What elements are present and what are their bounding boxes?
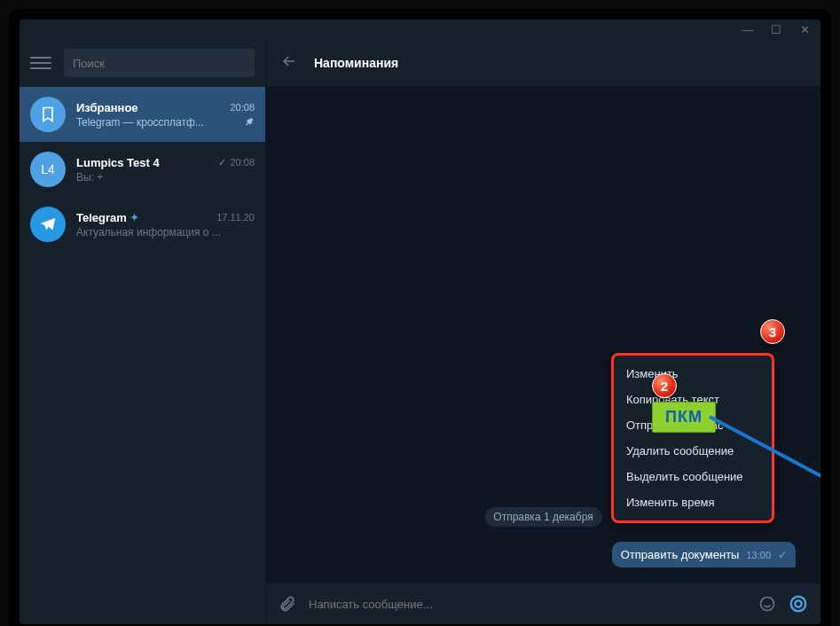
pin-icon xyxy=(244,116,255,129)
svg-point-1 xyxy=(761,598,774,611)
chat-header: Напоминания xyxy=(266,39,820,87)
message-bubble[interactable]: Отправить документы 13:00 ✓ xyxy=(612,542,796,567)
message-text: Отправить документы xyxy=(621,548,740,561)
maximize-button[interactable]: ☐ xyxy=(767,23,785,36)
chat-time: 20:08 xyxy=(230,102,255,113)
date-chip: Отправка 1 декабря xyxy=(484,507,601,527)
svg-point-3 xyxy=(795,600,801,606)
input-bar xyxy=(266,583,820,624)
minimize-button[interactable]: — xyxy=(739,23,757,36)
app-window: — ☐ ✕ Избранное 20:08 xyxy=(20,20,820,624)
message-input[interactable] xyxy=(309,598,746,611)
avatar-telegram-icon xyxy=(30,207,66,242)
badge-3: 3 xyxy=(760,319,785,344)
annotation-3: 3 xyxy=(760,319,785,344)
avatar: L4 xyxy=(30,152,66,187)
message-check-icon: ✓ xyxy=(778,549,787,561)
chat-item-telegram[interactable]: Telegram ✦ 17.11.20 Актуальная информаци… xyxy=(20,197,265,252)
search-input[interactable] xyxy=(73,57,246,70)
svg-point-2 xyxy=(791,597,806,612)
check-icon: ✓ xyxy=(218,157,226,168)
emoji-button[interactable] xyxy=(758,595,776,613)
chat-preview: Вы: + xyxy=(76,171,255,184)
avatar-saved-icon xyxy=(30,97,66,132)
menu-button[interactable] xyxy=(30,52,51,74)
verified-icon: ✦ xyxy=(130,212,138,223)
chat-title: Напоминания xyxy=(314,56,398,70)
badge-2: 2 xyxy=(652,373,677,398)
message-time: 13:00 xyxy=(746,550,771,560)
titlebar: — ☐ ✕ xyxy=(20,20,820,39)
back-button[interactable] xyxy=(280,52,298,74)
close-button[interactable]: ✕ xyxy=(796,23,813,36)
chat-item-saved[interactable]: Избранное 20:08 Telegram — кроссплатф... xyxy=(20,87,265,142)
search-box[interactable] xyxy=(64,49,255,77)
chat-preview: Telegram — кроссплатф... xyxy=(76,116,204,129)
ctx-change-time[interactable]: Изменить время xyxy=(614,489,772,515)
chat-item-lumpics[interactable]: L4 Lumpics Test 4 ✓20:08 Вы: + xyxy=(20,142,265,197)
annotation-2: 2 ПКМ xyxy=(652,373,716,433)
schedule-button[interactable] xyxy=(789,594,808,614)
ctx-select[interactable]: Выделить сообщение xyxy=(614,464,772,489)
chat-name: Избранное xyxy=(76,101,138,114)
chat-name: Lumpics Test 4 xyxy=(76,156,160,169)
chat-time: ✓20:08 xyxy=(218,157,255,168)
chat-time: 17.11.20 xyxy=(216,212,255,223)
chat-preview: Актуальная информация о ... xyxy=(76,226,255,239)
messages-area: Отправка 1 декабря Отправить документы 1… xyxy=(266,87,820,583)
ctx-delete[interactable]: Удалить сообщение xyxy=(614,438,772,464)
chat-pane: Напоминания Отправка 1 декабря Отправить… xyxy=(266,39,820,624)
pkm-label: ПКМ xyxy=(652,402,716,433)
chat-name: Telegram ✦ xyxy=(76,211,138,224)
sidebar: Избранное 20:08 Telegram — кроссплатф...… xyxy=(20,39,266,624)
attach-button[interactable] xyxy=(279,595,296,613)
